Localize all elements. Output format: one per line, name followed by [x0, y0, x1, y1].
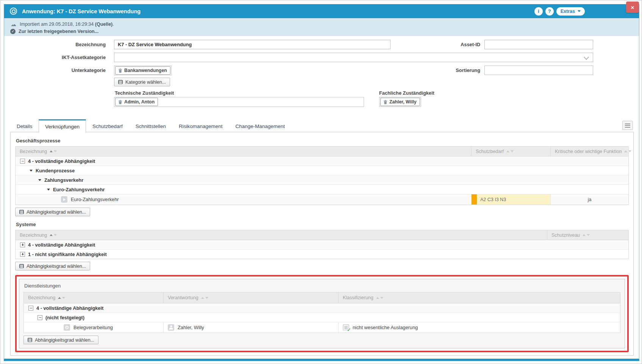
kategorie-waehlen-button[interactable]: Kategorie wählen... — [114, 78, 170, 86]
sort-icons — [201, 297, 208, 299]
technische-zustaendigkeit-box[interactable]: Admin, Anton — [114, 97, 364, 107]
fachliche-chip[interactable]: Zahler, Willy — [380, 98, 420, 106]
import-notice-link[interactable]: ☁▾ Importiert am 29.05.2018, 16:29:34 (Q… — [10, 20, 639, 28]
caret-down-icon[interactable] — [30, 170, 33, 172]
schutzbedarf-level-bar — [472, 194, 477, 205]
collapse-icon[interactable] — [20, 159, 25, 164]
abhaengigkeitsgrad-waehlen-button[interactable]: Abhängigkeitsgrad wählen... — [15, 208, 90, 216]
caret-down-icon[interactable] — [38, 179, 41, 181]
tab-verknuepfungen[interactable]: Verknüpfungen — [39, 119, 86, 133]
tab-change-management[interactable]: Change-Management — [229, 120, 292, 132]
titlebar-actions: i ? Extras — [534, 7, 633, 16]
tree-row-level0[interactable]: 4 - vollständige Abhängigkeit — [24, 303, 620, 313]
extras-label: Extras — [561, 9, 575, 14]
tree-row-level0[interactable]: 4 - vollständige Abhängigkeit — [16, 156, 628, 166]
column-header-bezeichnung[interactable]: Bezeichnung — [16, 230, 547, 240]
sort-icons — [376, 297, 383, 299]
trash-icon[interactable] — [119, 100, 122, 104]
abhaengigkeitsgrad-waehlen-button[interactable]: Abhängigkeitsgrad wählen... — [15, 262, 90, 270]
notice-bar: ☁▾ Importiert am 29.05.2018, 16:29:34 (Q… — [4, 18, 639, 36]
geschaeftsprozesse-section: Geschäftsprozesse Bezeichnung Schutzbeda… — [15, 138, 629, 216]
systeme-table: Bezeichnung Schutzniveau 4 - vollständig… — [15, 230, 629, 259]
geschaeftsprozess-leaf-row[interactable]: Euro-Zahlungsverkehr A2 C3 I3 N3 ja — [16, 194, 628, 205]
tree-row-level1[interactable]: Kundenprozesse — [16, 166, 628, 175]
collapse-icon[interactable] — [28, 306, 33, 311]
column-header-klassifizierung[interactable]: Klassifizierung — [338, 292, 620, 303]
titlebar: Anwendung: K7 - DZ Service Webanwendung … — [4, 4, 639, 18]
extras-button[interactable]: Extras — [556, 7, 585, 16]
tree-row-level1[interactable]: (nicht festgelegt) — [24, 313, 620, 322]
last-released-version-link[interactable]: ✓ Zur letzten freigegebenen Version... — [10, 28, 639, 35]
classification-check-icon: ✓ — [343, 324, 349, 331]
help-button[interactable]: ? — [545, 7, 554, 16]
sortierung-input[interactable] — [484, 66, 593, 75]
sort-icons — [58, 297, 65, 299]
list-icon — [19, 210, 24, 214]
list-icon — [19, 264, 24, 268]
expand-icon[interactable] — [20, 252, 25, 257]
klassifizierung-cell: ✓ nicht wesentliche Auslagerung — [338, 322, 620, 333]
column-header-kritische-funktion[interactable]: Kritische oder wichtige Funktion — [550, 147, 628, 156]
check-circle-icon: ✓ — [10, 29, 16, 34]
tree-row-level0[interactable]: 4 - vollständige Abhängigkeit — [16, 240, 628, 250]
list-icon — [28, 338, 32, 342]
unterkategorie-chip[interactable]: Bankanwendungen — [115, 66, 170, 75]
tab-schnittstellen[interactable]: Schnittstellen — [129, 120, 172, 132]
unterkategorie-chipbox[interactable]: Bankanwendungen — [114, 66, 172, 75]
expand-icon[interactable] — [20, 242, 25, 247]
tree-row-level2[interactable]: Zahlungsverkehr — [16, 175, 628, 185]
person-icon — [168, 324, 174, 331]
tabbar: Details Verknüpfungen Schutzbedarf Schni… — [10, 119, 633, 132]
asset-id-input[interactable] — [484, 40, 593, 49]
sort-icons — [506, 150, 514, 152]
verantwortung-cell: Zahler, Willy — [163, 322, 338, 333]
tab-details[interactable]: Details — [10, 120, 39, 132]
layout-menu-icon[interactable] — [622, 121, 633, 130]
schutzbedarf-badge: A2 C3 I3 N3 — [472, 194, 550, 205]
column-header-schutzbedarf[interactable]: Schutzbedarf — [471, 147, 550, 156]
caret-down-icon[interactable] — [47, 189, 50, 191]
tab-risikomanagement[interactable]: Risikomanagement — [172, 120, 229, 132]
column-header-verantwortung[interactable]: Verantwortung — [163, 292, 338, 303]
sort-icons — [50, 150, 57, 152]
column-header-bezeichnung[interactable]: Bezeichnung — [16, 147, 471, 156]
technische-chip[interactable]: Admin, Anton — [115, 98, 158, 106]
process-icon — [61, 196, 67, 203]
ikt-assetkategorie-label: IKT-Assetkategorie — [4, 53, 106, 62]
dienstleistung-leaf-row[interactable]: ⚙ Belegverarbeitung Zahler, Willy ✓ — [24, 322, 620, 333]
tree-row-level0[interactable]: 1 - nicht signifikante Abhängigkeit — [16, 250, 628, 259]
collapse-icon[interactable] — [37, 315, 42, 320]
dienstleistungen-table: Bezeichnung Verantwortung Klassifizierun… — [23, 292, 620, 333]
abhaengigkeitsgrad-waehlen-button[interactable]: Abhängigkeitsgrad wählen... — [23, 336, 98, 344]
column-header-schutzniveau[interactable]: Schutzniveau — [547, 230, 628, 240]
table-header: Bezeichnung Schutzbedarf Kritische oder … — [16, 147, 628, 156]
systeme-title: Systeme — [16, 222, 629, 227]
list-icon — [118, 80, 123, 84]
info-button[interactable]: i — [534, 7, 543, 16]
close-icon: × — [631, 5, 634, 10]
last-released-version-text: Zur letzten freigegebenen Version... — [19, 29, 98, 34]
verknuepfungen-panel: Geschäftsprozesse Bezeichnung Schutzbeda… — [10, 132, 634, 356]
select-chevron-icon — [584, 55, 589, 60]
table-header: Bezeichnung Schutzniveau — [16, 230, 628, 240]
dienstleistungen-title: Dienstleistungen — [24, 283, 620, 289]
fachliche-zustaendigkeit-box[interactable]: Zahler, Willy — [379, 97, 421, 107]
import-notice-text: Importiert am 29.05.2018, 16:29:34 (Quel… — [20, 22, 114, 27]
asset-id-label: Asset-ID — [398, 40, 480, 49]
bezeichnung-input[interactable]: K7 - DZ Service Webanwendung — [114, 40, 391, 49]
close-button[interactable]: × — [626, 2, 639, 13]
window-title: Anwendung: K7 - DZ Service Webanwendung — [22, 8, 141, 14]
fachliche-chip-label: Zahler, Willy — [389, 99, 417, 105]
tree-row-level3[interactable]: Euro-Zahlungsverkehr — [16, 185, 628, 194]
ikt-assetkategorie-select[interactable] — [114, 53, 593, 62]
kritische-funktion-cell: ja — [550, 194, 628, 205]
trash-icon[interactable] — [119, 69, 122, 73]
unterkategorie-label: Unterkategorie — [4, 66, 106, 75]
trash-icon[interactable] — [384, 100, 387, 104]
sort-icons — [50, 234, 57, 236]
table-header: Bezeichnung Verantwortung Klassifizierun… — [24, 292, 620, 303]
column-header-bezeichnung[interactable]: Bezeichnung — [24, 292, 163, 303]
gear-icon: ⚙ — [64, 324, 70, 331]
tab-schutzbedarf[interactable]: Schutzbedarf — [86, 120, 129, 132]
dienstleistungen-section: Dienstleistungen Bezeichnung Verantwortu… — [19, 279, 625, 348]
